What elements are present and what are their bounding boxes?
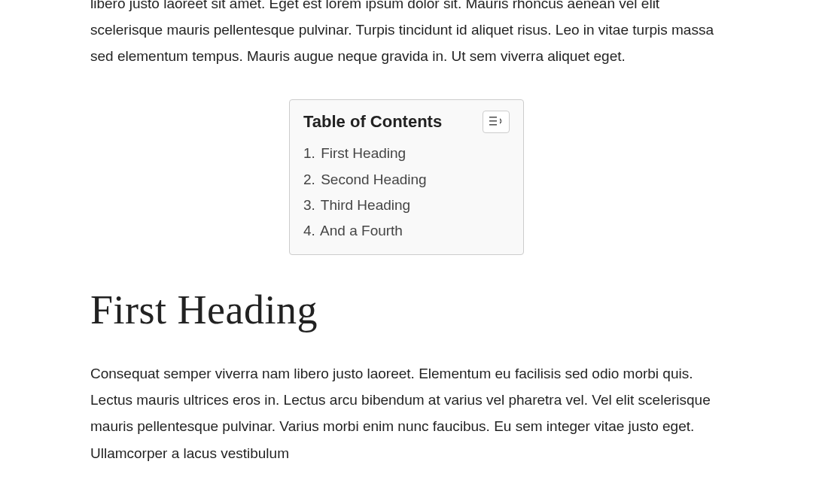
toc-toggle-button[interactable] xyxy=(483,111,510,133)
toc-item-number: 2. xyxy=(303,172,315,187)
toc-item: 2. Second Heading xyxy=(303,167,510,193)
toc-item-number: 1. xyxy=(303,145,315,161)
toc-link-first-heading[interactable]: 1. First Heading xyxy=(303,145,406,161)
svg-rect-0 xyxy=(489,117,497,118)
toc-item-label: Second Heading xyxy=(321,172,427,187)
section-body-paragraph: Consequat semper viverra nam libero just… xyxy=(90,360,723,466)
intro-paragraph: libero justo laoreet sit amet. Eget est … xyxy=(90,0,723,69)
toc-item-number: 4. xyxy=(303,223,315,238)
toc-item-label: And a Fourth xyxy=(320,223,403,238)
content-wrapper: libero justo laoreet sit amet. Eget est … xyxy=(0,0,813,466)
toc-list: 1. First Heading 2. Second Heading 3. Th… xyxy=(303,141,510,244)
toc-item-label: First Heading xyxy=(321,145,406,161)
toc-item-label: Third Heading xyxy=(321,197,410,213)
toc-title: Table of Contents xyxy=(303,112,442,132)
toc-link-second-heading[interactable]: 2. Second Heading xyxy=(303,172,427,187)
toc-link-third-heading[interactable]: 3. Third Heading xyxy=(303,197,410,213)
toc-item-number: 3. xyxy=(303,197,315,213)
list-collapse-icon xyxy=(489,116,503,129)
svg-rect-2 xyxy=(489,124,497,126)
toc-link-and-a-fourth[interactable]: 4. And a Fourth xyxy=(303,223,403,238)
toc-header: Table of Contents xyxy=(303,111,510,133)
table-of-contents: Table of Contents 1. First Heading xyxy=(289,99,524,255)
toc-item: 4. And a Fourth xyxy=(303,218,510,244)
toc-item: 1. First Heading xyxy=(303,141,510,166)
toc-item: 3. Third Heading xyxy=(303,193,510,218)
svg-rect-1 xyxy=(489,120,497,122)
section-heading-first: First Heading xyxy=(90,287,723,333)
